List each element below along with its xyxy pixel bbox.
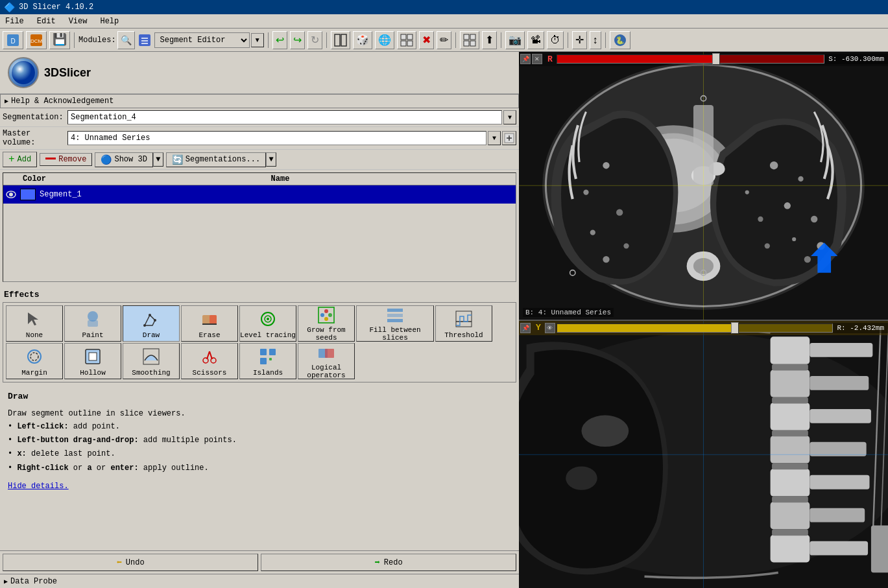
crosshair-btn[interactable]: ✖ xyxy=(419,31,434,49)
svg-rect-18 xyxy=(464,41,469,46)
sag-slice-slider[interactable] xyxy=(557,323,834,333)
help-panel-header[interactable]: ▶ Help & Acknowledgement xyxy=(0,94,519,108)
module-dropdown[interactable]: Segment Editor xyxy=(154,32,250,48)
segment-row-0[interactable]: Segment_1 xyxy=(3,185,516,204)
python-icon[interactable]: 🐍 xyxy=(610,31,630,49)
svg-rect-46 xyxy=(387,314,403,317)
arrows2-btn[interactable]: ↕ xyxy=(590,31,601,49)
effect-draw-btn[interactable]: Draw xyxy=(123,305,180,342)
axial-pin-btn[interactable]: 📌 xyxy=(520,54,531,64)
segment-color-swatch-0[interactable] xyxy=(20,189,36,200)
four-view-btn[interactable] xyxy=(460,31,479,49)
layout-btn[interactable] xyxy=(331,31,350,49)
sagittal-label: Y xyxy=(532,322,545,334)
axial-close-btn[interactable]: ✕ xyxy=(532,54,542,64)
effect-paint-btn[interactable]: Paint xyxy=(64,305,121,342)
dcm-btn[interactable]: DCM xyxy=(26,31,47,49)
segmentations-btn[interactable]: 🔄 Segmentations... xyxy=(166,152,266,167)
menu-edit[interactable]: Edit xyxy=(34,16,58,27)
logo-text: 3DSlicer xyxy=(44,66,91,80)
list-empty-space xyxy=(3,204,516,281)
svg-rect-45 xyxy=(387,309,403,312)
effect-margin-btn[interactable]: Margin xyxy=(6,343,63,379)
segmentation-dropdown-arrow[interactable]: ▼ xyxy=(503,110,516,124)
3d-view-btn[interactable]: 🎲 xyxy=(353,31,372,49)
level-tracing-icon xyxy=(258,309,278,329)
add-segment-btn[interactable]: + Add xyxy=(3,152,37,167)
svg-rect-47 xyxy=(387,319,403,322)
master-volume-dropdown-arrow[interactable]: ▼ xyxy=(488,131,501,145)
effect-hollow-btn[interactable]: Hollow xyxy=(64,343,121,379)
fill-slices-label: Fill between slices xyxy=(357,326,433,342)
nav-prev-btn[interactable]: ↩ xyxy=(272,31,287,49)
paint-icon xyxy=(82,309,103,329)
segmentations-dropdown-btn[interactable]: ▼ xyxy=(266,152,276,167)
master-volume-input[interactable] xyxy=(67,131,486,145)
axial-slice-slider[interactable] xyxy=(557,54,824,64)
effect-smoothing-btn[interactable]: Smoothing xyxy=(123,343,180,379)
grid-btn[interactable] xyxy=(397,31,416,49)
nav-fwd-btn[interactable]: ↻ xyxy=(307,31,322,49)
undo-btn[interactable]: ⬅ Undo xyxy=(3,554,258,571)
effect-level-tracing-btn[interactable]: Level tracing xyxy=(239,305,296,342)
effect-threshold-btn[interactable]: Threshold xyxy=(435,305,492,342)
sag-eye-btn[interactable]: 👁 xyxy=(545,323,555,333)
level-tracing-label: Level tracing xyxy=(240,331,296,339)
menu-help[interactable]: Help xyxy=(97,16,121,27)
svg-point-78 xyxy=(765,243,770,248)
draw-icon xyxy=(141,309,162,329)
svg-rect-107 xyxy=(772,364,808,370)
segmentation-input[interactable] xyxy=(67,110,502,124)
arrows-btn[interactable]: ⬆ xyxy=(482,31,497,49)
segment-visibility-icon-0[interactable] xyxy=(3,187,19,202)
segment-editor-icon xyxy=(138,33,152,47)
segmentations-label: Segmentations... xyxy=(186,155,260,164)
erase-label: Erase xyxy=(198,331,220,339)
show3d-btn[interactable]: 🔵 Show 3D xyxy=(95,152,152,167)
redo-btn[interactable]: ➡ Redo xyxy=(261,554,516,571)
svg-text:🐍: 🐍 xyxy=(616,36,625,45)
menu-view[interactable]: View xyxy=(66,16,90,27)
globe-btn[interactable]: 🌐 xyxy=(375,31,394,49)
module-dropdown-arrow[interactable]: ▼ xyxy=(251,33,264,47)
sagittal-coord: R: -2.432mm xyxy=(833,323,888,333)
svg-rect-19 xyxy=(470,41,475,46)
sag-pin-btn[interactable]: 📌 xyxy=(520,323,531,333)
toolbar: D DCM 💾 Modules: 🔍 Segment Editor ▼ ↩ ↪ … xyxy=(0,29,888,52)
record-btn[interactable]: 📽 xyxy=(527,31,544,49)
effect-fill-slices-btn[interactable]: Fill between slices xyxy=(356,305,434,342)
svg-point-50 xyxy=(28,350,41,363)
segmentation-label: Segmentation: xyxy=(3,113,67,122)
svg-rect-101 xyxy=(771,370,810,397)
crosshair2-btn[interactable]: ✛ xyxy=(572,31,587,49)
effect-erase-btn[interactable]: Erase xyxy=(181,305,238,342)
effect-scissors-btn[interactable]: Scissors xyxy=(181,343,238,379)
left-panel-content: 3DSlicer ▶ Help & Acknowledgement Segmen… xyxy=(0,52,519,550)
svg-rect-104 xyxy=(771,469,810,496)
data-btn[interactable]: D xyxy=(3,31,23,49)
hide-details-link[interactable]: Hide details. xyxy=(8,482,69,491)
nav-green-fwd[interactable]: ↪ xyxy=(290,31,305,49)
effect-grow-seeds-btn[interactable]: Grow from seeds xyxy=(298,305,355,342)
effect-logical-ops-btn[interactable]: Logical operators xyxy=(298,343,355,379)
remove-segment-btn[interactable]: Remove xyxy=(40,153,92,166)
master-volume-icon-btn[interactable] xyxy=(502,131,516,145)
show3d-dropdown-btn[interactable]: ▼ xyxy=(153,152,163,167)
separator-5 xyxy=(501,32,501,48)
svg-rect-53 xyxy=(89,353,97,360)
search-module-btn[interactable]: 🔍 xyxy=(117,31,135,49)
timeline-btn[interactable]: ⏱ xyxy=(547,31,564,49)
effect-islands-btn[interactable]: Islands xyxy=(239,343,296,379)
segmentation-control: ▼ xyxy=(67,110,516,124)
sagittal-ct-image xyxy=(519,321,888,589)
pencil-btn[interactable]: ✏ xyxy=(437,31,451,49)
menu-bar: File Edit View Help xyxy=(0,14,888,29)
separator-6 xyxy=(568,32,568,48)
screenshot-btn[interactable]: 📷 xyxy=(505,31,525,49)
menu-file[interactable]: File xyxy=(3,16,27,27)
svg-point-27 xyxy=(9,193,13,196)
right-panel: 📌 ✕ R S: -630.300mm xyxy=(519,52,888,588)
hollow-label: Hollow xyxy=(80,369,106,377)
effect-none-btn[interactable]: None xyxy=(6,305,63,342)
save-btn[interactable]: 💾 xyxy=(49,31,70,49)
